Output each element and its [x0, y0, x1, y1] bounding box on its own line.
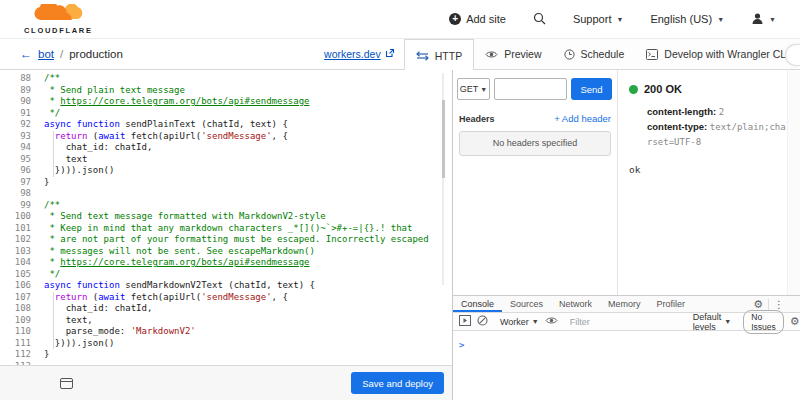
code-line[interactable]: 96 }))).json()	[0, 165, 452, 177]
devtools-tab-network[interactable]: Network	[551, 296, 600, 312]
line-number: 110	[0, 326, 44, 338]
code-line[interactable]: 110 parse_mode: 'MarkdownV2'	[0, 326, 452, 338]
code-line[interactable]: 90 * https://core.telegram.org/bots/api#…	[0, 96, 452, 108]
code-line[interactable]: 93 return (await fetch(apiUrl('sendMessa…	[0, 131, 452, 143]
line-number: 109	[0, 315, 44, 327]
code-line[interactable]: 104 * https://core.telegram.org/bots/api…	[0, 257, 452, 269]
clear-console-icon[interactable]	[477, 315, 488, 328]
language-menu[interactable]: English (US) ▼	[650, 13, 724, 25]
chevron-down-icon: ▼	[769, 16, 776, 23]
line-number: 93	[0, 131, 44, 143]
code-line[interactable]: 112}	[0, 349, 452, 361]
code-line[interactable]: 88/**	[0, 73, 452, 85]
support-menu[interactable]: Support ▼	[573, 13, 623, 25]
code-token: * Send text message formatted with Markd…	[44, 211, 326, 221]
code-token: async	[44, 280, 71, 290]
top-nav: + Add site Support ▼ English (US) ▼ ▼	[449, 12, 776, 27]
log-levels-select[interactable]: Default levels ▼	[693, 312, 731, 332]
code-line[interactable]: 89 * Send plain text message	[0, 85, 452, 97]
code-token: parse_mode:	[44, 326, 131, 336]
breadcrumb-project-link[interactable]: bot	[38, 48, 54, 60]
code-token: , {	[272, 292, 288, 302]
code-line[interactable]: 111 }))).json()	[0, 338, 452, 350]
code-line[interactable]: 97}	[0, 177, 452, 189]
line-number: 98	[0, 188, 44, 200]
code-token: }	[44, 349, 49, 359]
cloudflare-logo[interactable]: CLOUDFLARE	[24, 4, 93, 35]
code-line[interactable]: 103 * messages will not be sent. See esc…	[0, 246, 452, 258]
gear-icon[interactable]: ⚙	[753, 299, 763, 310]
code-line[interactable]: 107 return (await fetch(apiUrl('sendMess…	[0, 292, 452, 304]
line-number: 94	[0, 142, 44, 154]
code-line[interactable]: 98	[0, 188, 452, 200]
tab-label: HTTP	[435, 50, 462, 62]
devtools-tab-memory[interactable]: Memory	[600, 296, 649, 312]
tab-http[interactable]: HTTP	[404, 39, 474, 71]
console-toolbar: Worker ▼ Default levels ▼ No Issues ⚙	[453, 313, 800, 331]
tab-develop-with-wrangler-cli[interactable]: Develop with Wrangler CLI	[635, 39, 800, 69]
tab-overflow-pill[interactable]	[785, 44, 800, 66]
search-button[interactable]	[533, 12, 546, 27]
response-body: ok	[629, 164, 786, 175]
add-header-link[interactable]: + Add header	[554, 113, 611, 124]
chevron-down-icon: ▼	[724, 318, 731, 325]
code-line[interactable]: 102 * are not part of your formatting mu…	[0, 234, 452, 246]
code-area[interactable]: 88/**89 * Send plain text message90 * ht…	[0, 70, 452, 365]
devtools-tab-sources[interactable]: Sources	[502, 296, 551, 312]
console-filter-input[interactable]	[570, 317, 687, 327]
devtools-tab-console[interactable]: Console	[453, 296, 502, 312]
code-line[interactable]: 106async function sendMarkdownV2Text (ch…	[0, 280, 452, 292]
tab-preview[interactable]: Preview	[474, 39, 552, 69]
response-header: content-type: text/plain;charset=UTF-8	[647, 120, 787, 150]
line-number: 104	[0, 257, 44, 269]
code-line[interactable]: 95 text	[0, 154, 452, 166]
editor-footer: Save and deploy	[0, 365, 452, 400]
back-arrow-icon[interactable]: ←	[20, 47, 32, 61]
code-token: await	[98, 131, 125, 141]
response-header-key: content-type:	[647, 121, 710, 132]
code-line[interactable]: 94 chat_id: chatId,	[0, 142, 452, 154]
account-menu[interactable]: ▼	[751, 12, 776, 27]
request-bar: GET ▼ Send	[453, 70, 617, 100]
kebab-menu-icon[interactable]: ⋮	[774, 299, 784, 310]
console-sidebar-icon[interactable]	[459, 315, 471, 328]
tab-schedule[interactable]: Schedule	[553, 39, 636, 69]
context-select[interactable]: Worker ▼	[500, 317, 539, 327]
toggle-panel-icon[interactable]	[60, 378, 73, 389]
no-issues-button[interactable]: No Issues	[743, 310, 784, 334]
editor-scrollbar-thumb[interactable]	[442, 100, 445, 178]
code-line[interactable]: 99/**	[0, 200, 452, 212]
console-prompt[interactable]: >	[459, 340, 464, 350]
add-site-button[interactable]: + Add site	[449, 13, 506, 25]
code-line[interactable]: 92async function sendPlainText (chatId, …	[0, 119, 452, 131]
code-token	[44, 131, 55, 141]
code-token: }))).json()	[44, 165, 114, 175]
cloudflare-cloud-icon	[32, 4, 84, 27]
code-editor[interactable]: 88/**89 * Send plain text message90 * ht…	[0, 70, 453, 400]
code-line[interactable]: 109 text,	[0, 315, 452, 327]
code-line[interactable]: 100 * Send text message formatted with M…	[0, 211, 452, 223]
code-token: /**	[44, 200, 60, 210]
chevron-down-icon: ▼	[480, 86, 487, 93]
code-token: * are not part of your formatting must b…	[44, 234, 429, 244]
workers-dev-link[interactable]: workers.dev	[324, 48, 395, 60]
code-line[interactable]: 105 */	[0, 269, 452, 281]
url-input[interactable]	[494, 78, 567, 100]
live-expression-eye-icon[interactable]	[545, 316, 558, 327]
save-and-deploy-button[interactable]: Save and deploy	[351, 372, 444, 394]
devtools-tab-profiler[interactable]: Profiler	[649, 296, 694, 312]
code-token: (	[87, 131, 98, 141]
code-token: text,	[44, 315, 93, 325]
code-line[interactable]: 101 * Keep in mind that any markdown cha…	[0, 223, 452, 235]
http-panel: GET ▼ Send Headers + Add header No heade…	[453, 70, 800, 400]
code-token: text	[44, 154, 87, 164]
console-output[interactable]: >	[453, 331, 800, 352]
code-line[interactable]: 108 chat_id: chatId,	[0, 303, 452, 315]
external-link-icon	[385, 48, 395, 60]
breadcrumb-separator: /	[60, 48, 63, 60]
console-settings-gear-icon[interactable]: ⚙	[790, 316, 800, 327]
method-select[interactable]: GET ▼	[457, 78, 490, 100]
send-button[interactable]: Send	[571, 78, 612, 100]
status-text: 200 OK	[644, 83, 682, 95]
code-line[interactable]: 91 */	[0, 108, 452, 120]
